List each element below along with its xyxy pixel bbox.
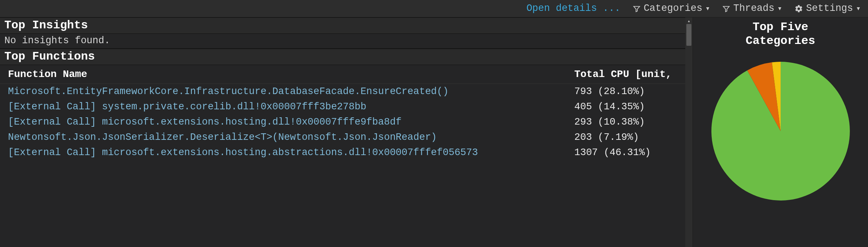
chevron-down-icon: ▾ [777,5,782,13]
open-details-label: Open details ... [526,4,620,13]
column-header-cpu[interactable]: Total CPU [unit, [574,69,687,80]
table-row[interactable]: Newtonsoft.Json.JsonSerializer.Deseriali… [0,130,693,145]
vertical-scrollbar[interactable]: ▴ [685,17,693,247]
table-row[interactable]: [External Call] microsoft.extensions.hos… [0,114,693,130]
categories-chart-title: Top Five Categories [743,19,818,51]
main-panel: Top Insights No insights found. Top Func… [0,17,693,247]
top-insights-body: No insights found. [0,34,693,49]
table-row[interactable]: [External Call] microsoft.extensions.hos… [0,145,693,160]
total-cpu-value: 1307 (46.31%) [574,147,687,158]
function-name-link[interactable]: Microsoft.EntityFrameworkCore.Infrastruc… [8,86,574,97]
toolbar: Open details ... Categories ▾ Threads ▾ [0,0,868,17]
categories-label: Categories [644,4,702,13]
scroll-thumb[interactable] [686,24,691,46]
title-line-1: Top Five [753,20,809,34]
total-cpu-value: 405 (14.35%) [574,101,687,112]
table-row[interactable]: Microsoft.EntityFrameworkCore.Infrastruc… [0,84,693,99]
table-header-row: Function Name Total CPU [unit, [0,67,693,84]
filter-icon [722,5,730,13]
categories-pie-chart[interactable] [701,51,860,211]
total-cpu-value: 203 (7.19%) [574,132,687,143]
scroll-up-icon[interactable]: ▴ [685,17,693,24]
categories-filter[interactable]: Categories ▾ [633,4,710,13]
title-line-2: Categories [745,34,815,48]
function-name-link[interactable]: [External Call] system.private.corelib.d… [8,101,574,112]
gear-icon [794,4,803,13]
settings-label: Settings [806,4,853,13]
filter-icon [633,5,641,13]
function-name-link[interactable]: Newtonsoft.Json.JsonSerializer.Deseriali… [8,132,574,143]
function-name-link[interactable]: [External Call] microsoft.extensions.hos… [8,147,574,158]
top-insights-header: Top Insights [0,17,693,34]
settings-menu[interactable]: Settings ▾ [794,4,861,13]
threads-filter[interactable]: Threads ▾ [722,4,782,13]
open-details-link[interactable]: Open details ... [526,4,620,13]
column-header-name[interactable]: Function Name [8,69,574,80]
functions-table: Function Name Total CPU [unit, Microsoft… [0,65,693,160]
categories-panel: Top Five Categories [693,17,868,247]
chevron-down-icon: ▾ [705,5,710,13]
table-row[interactable]: [External Call] system.private.corelib.d… [0,99,693,114]
chevron-down-icon: ▾ [856,5,861,13]
top-functions-header: Top Functions [0,49,693,65]
total-cpu-value: 293 (10.38%) [574,117,687,127]
threads-label: Threads [733,4,774,13]
function-name-link[interactable]: [External Call] microsoft.extensions.hos… [8,117,574,127]
total-cpu-value: 793 (28.10%) [574,86,687,97]
